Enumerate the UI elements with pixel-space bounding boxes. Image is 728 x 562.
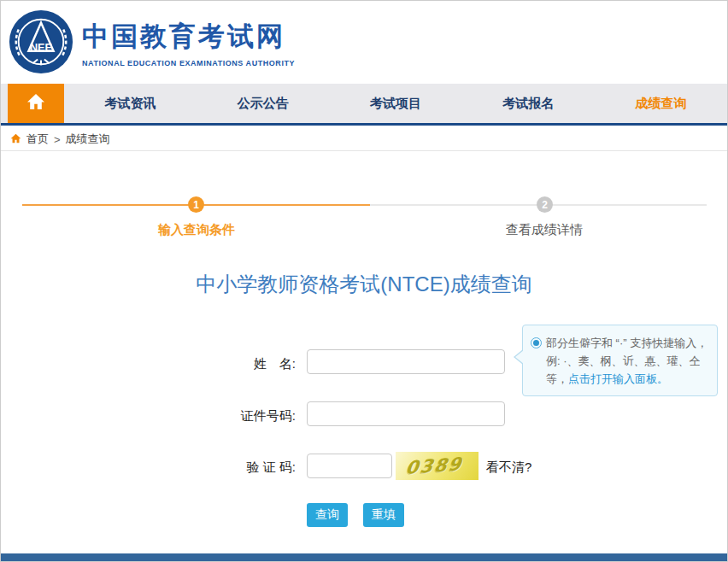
footer-bar [1,553,727,561]
svg-text:NEE: NEE [30,42,52,54]
home-icon [26,91,46,115]
captcha-refresh-link[interactable]: 看不清? [486,460,531,476]
name-label: 姓 名: [138,357,296,370]
nav-home-button[interactable] [8,84,64,123]
nav-item-registration[interactable]: 考试报名 [462,84,595,123]
step-2-circle: 2 [537,196,553,213]
site-subtitle: NATIONAL EDUCATION EXAMINATIONS AUTHORIT… [82,59,295,67]
breadcrumb: 首页 > 成绩查询 [1,128,727,151]
captcha-label: 验 证 码: [138,460,296,473]
nav-item-exam-news[interactable]: 考试资讯 [64,84,197,123]
main-nav: 考试资讯 公示公告 考试项目 考试报名 成绩查询 [1,84,727,126]
breadcrumb-separator: > [54,133,61,146]
nav-item-score-query[interactable]: 成绩查询 [595,84,727,123]
nav-item-exam-programs[interactable]: 考试项目 [329,84,461,123]
name-input[interactable] [307,349,505,374]
main-content: 1 2 输入查询条件 查看成绩详情 中小学教师资格考试(NTCE)成绩查询 姓 … [1,152,727,555]
breadcrumb-current: 成绩查询 [66,132,110,147]
site-header: NEE 中国教育考试网 NATIONAL EDUCATION EXAMINATI… [1,1,727,84]
step-1-circle: 1 [188,196,204,213]
radio-dot-icon [531,337,542,348]
page-title: 中小学教师资格考试(NTCE)成绩查询 [1,271,727,298]
breadcrumb-home-link[interactable]: 首页 [26,132,49,147]
tooltip-text: 部分生僻字和 “·” 支持快捷输入，例: ·、䶮、㭎、䜣、惪、瓘、仝等，点击打开… [546,334,709,388]
captcha-input[interactable] [307,454,392,478]
captcha-image[interactable]: 0389 [396,452,478,480]
site-title: 中国教育考试网 [82,19,295,55]
id-number-input[interactable] [307,401,505,426]
step-progress-track [22,204,707,206]
neea-emblem-icon: NEE [8,9,74,75]
query-button[interactable]: 查询 [307,503,348,527]
captcha-text: 0389 [396,452,465,480]
rare-character-tooltip: 部分生僻字和 “·” 支持快捷输入，例: ·、䶮、㭎、䜣、惪、瓘、仝等，点击打开… [522,325,718,396]
nav-item-announcements[interactable]: 公示公告 [197,84,329,123]
site-brand: 中国教育考试网 NATIONAL EDUCATION EXAMINATIONS … [82,19,295,67]
step-2-label: 查看成绩详情 [450,222,638,238]
reset-button[interactable]: 重填 [363,503,404,527]
breadcrumb-home-icon [9,132,22,147]
id-number-label: 证件号码: [138,409,296,422]
nav-items: 考试资讯 公示公告 考试项目 考试报名 成绩查询 [64,84,727,123]
open-input-panel-link[interactable]: 点击打开输入面板。 [568,372,668,385]
page: NEE 中国教育考试网 NATIONAL EDUCATION EXAMINATI… [0,0,728,562]
step-1-label: 输入查询条件 [103,222,291,238]
